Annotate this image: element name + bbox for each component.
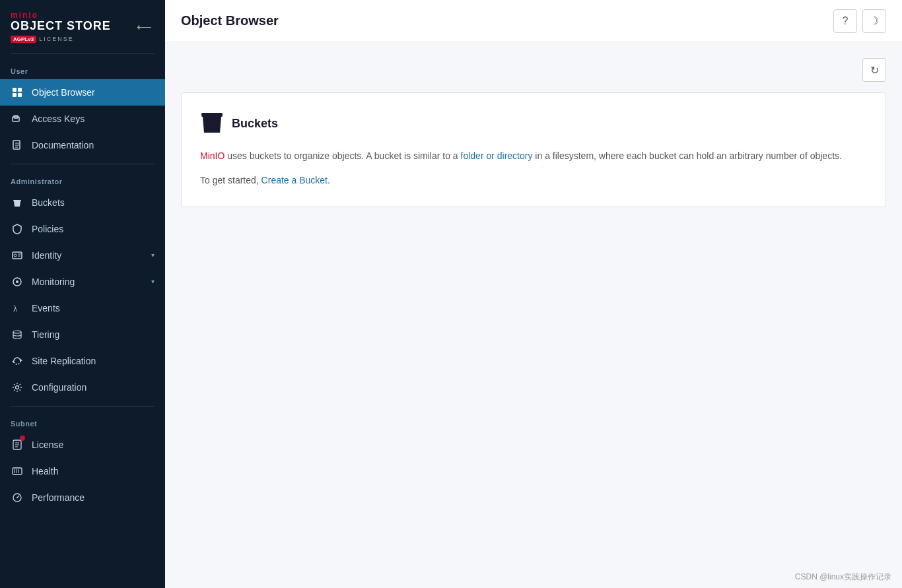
svg-marker-20 [12, 360, 14, 363]
sidebar-policies-label: Policies [32, 224, 155, 234]
buckets-description: MinIO uses buckets to organize objects. … [200, 148, 867, 164]
buckets-title: Buckets [232, 117, 278, 131]
sync-icon [11, 354, 24, 368]
sidebar-license-label: License [32, 440, 155, 450]
license-text: LICENSE [39, 36, 74, 42]
svg-point-12 [14, 254, 17, 257]
license-badge [20, 436, 25, 441]
main-content: Object Browser ? ☽ ↻ Buckets MinIO u [165, 0, 902, 588]
identity-chevron-icon: ▾ [151, 251, 155, 259]
sidebar-item-policies[interactable]: Policies [0, 216, 165, 242]
svg-rect-2 [13, 93, 17, 97]
monitor-icon [11, 275, 24, 288]
logo-text: minio OBJECT STORE AGPLv3 LICENSE [11, 11, 111, 43]
sidebar-item-access-keys[interactable]: Access Keys [0, 106, 165, 132]
sidebar-tiering-label: Tiering [32, 329, 155, 340]
logo-object-store: OBJECT STORE [11, 20, 111, 33]
agplv3-badge: AGPLv3 [11, 36, 36, 43]
sidebar-documentation-label: Documentation [32, 140, 155, 150]
get-started-text: To get started, Create a Bucket. [200, 175, 867, 185]
gear-icon [11, 381, 24, 394]
bucket-icon [11, 196, 24, 209]
top-bar-actions: ? ☽ [833, 9, 886, 33]
subnet-section-label: Subnet [0, 412, 165, 432]
watermark: CSDN @linux实践操作记录 [795, 572, 891, 583]
svg-point-21 [16, 385, 19, 389]
create-bucket-link[interactable]: Create a Bucket. [261, 175, 330, 185]
lambda-icon: λ [11, 302, 24, 315]
description-text-2: in a filesystem, where each bucket can h… [535, 150, 842, 161]
buckets-card: Buckets MinIO uses buckets to organize o… [181, 92, 886, 207]
content-toolbar: ↻ [181, 58, 886, 82]
sidebar-item-documentation[interactable]: Documentation [0, 132, 165, 158]
user-section-label: User [0, 59, 165, 79]
svg-marker-19 [20, 359, 22, 362]
sidebar-health-label: Health [32, 466, 155, 476]
sidebar-performance-label: Performance [32, 492, 155, 503]
buckets-icon [200, 112, 224, 135]
sidebar-item-identity[interactable]: Identity ▾ [0, 242, 165, 269]
theme-toggle-button[interactable]: ☽ [862, 9, 886, 33]
doc-icon [11, 139, 24, 152]
sidebar-events-label: Events [32, 303, 155, 313]
sidebar-divider-top [11, 53, 155, 54]
sidebar: minio OBJECT STORE AGPLv3 LICENSE ⟵ User… [0, 0, 165, 588]
description-text-1: uses buckets to organize objects. A buck… [227, 150, 460, 161]
collapse-sidebar-button[interactable]: ⟵ [134, 18, 155, 36]
minio-highlight: MinIO [200, 150, 225, 161]
key-icon [11, 112, 24, 125]
monitoring-chevron-icon: ▾ [151, 278, 155, 285]
admin-section-label: Administrator [0, 170, 165, 189]
svg-rect-0 [13, 88, 17, 92]
sidebar-item-license[interactable]: License [0, 432, 165, 458]
sidebar-divider-admin [11, 164, 155, 164]
sidebar-item-configuration[interactable]: Configuration [0, 374, 165, 401]
content-area: ↻ Buckets MinIO uses buckets to organize… [165, 42, 902, 588]
svg-rect-10 [13, 200, 21, 201]
layers-icon [11, 328, 24, 341]
sidebar-item-events[interactable]: λ Events [0, 295, 165, 321]
sidebar-monitoring-label: Monitoring [32, 277, 151, 287]
sidebar-object-browser-label: Object Browser [32, 87, 155, 98]
sidebar-item-object-browser[interactable]: Object Browser [0, 79, 165, 106]
sidebar-configuration-label: Configuration [32, 382, 155, 393]
refresh-button[interactable]: ↻ [862, 58, 886, 82]
sidebar-item-performance[interactable]: Performance [0, 484, 165, 511]
shield-icon [11, 222, 24, 236]
page-title: Object Browser [181, 13, 279, 28]
buckets-header: Buckets [200, 112, 867, 135]
id-icon [11, 249, 24, 262]
top-bar: Object Browser ? ☽ [165, 0, 902, 42]
sidebar-divider-subnet [11, 406, 155, 407]
svg-point-31 [17, 497, 18, 498]
sidebar-item-buckets[interactable]: Buckets [0, 189, 165, 216]
svg-text:λ: λ [13, 304, 18, 313]
svg-rect-1 [18, 88, 22, 92]
svg-point-16 [16, 280, 18, 283]
sidebar-site-replication-label: Site Replication [32, 356, 155, 366]
svg-rect-26 [13, 468, 22, 474]
logo-minio: minio [11, 11, 111, 20]
sidebar-buckets-label: Buckets [32, 197, 155, 208]
svg-point-18 [13, 331, 21, 333]
perf-icon [11, 491, 24, 504]
sidebar-item-site-replication[interactable]: Site Replication [0, 348, 165, 374]
sidebar-identity-label: Identity [32, 250, 151, 261]
health-icon [11, 465, 24, 478]
grid-icon [11, 86, 24, 99]
help-button[interactable]: ? [833, 9, 857, 33]
logo-area: minio OBJECT STORE AGPLv3 LICENSE ⟵ [0, 0, 165, 48]
svg-rect-32 [201, 113, 223, 117]
folder-highlight: folder or directory [461, 150, 533, 161]
sidebar-access-keys-label: Access Keys [32, 114, 155, 124]
get-started-prefix: To get started, [200, 175, 259, 185]
sidebar-item-monitoring[interactable]: Monitoring ▾ [0, 269, 165, 295]
logo-agplv3: AGPLv3 LICENSE [11, 36, 111, 43]
svg-rect-3 [18, 93, 22, 97]
sidebar-item-tiering[interactable]: Tiering [0, 321, 165, 348]
sidebar-item-health[interactable]: Health [0, 458, 165, 484]
